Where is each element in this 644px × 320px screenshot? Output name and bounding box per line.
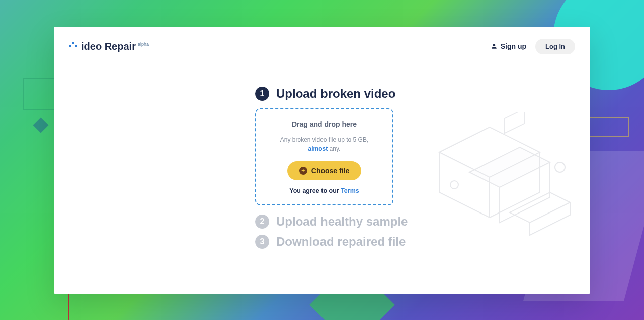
agree-text: You agree to our Terms xyxy=(266,187,382,194)
step-3: 3 Download repaired file xyxy=(255,235,451,249)
signup-label: Sign up xyxy=(501,42,526,50)
login-button[interactable]: Log in xyxy=(535,39,575,54)
step-1: 1 Upload broken video xyxy=(255,87,451,101)
plus-icon: + xyxy=(299,167,307,175)
almost-link[interactable]: almost xyxy=(308,145,328,152)
dropzone-subtitle: Any broken video file up to 5 GB, almost… xyxy=(266,135,382,153)
svg-rect-0 xyxy=(505,112,525,133)
step-2-num: 2 xyxy=(255,215,269,229)
signup-button[interactable]: Sign up xyxy=(491,42,526,50)
svg-point-1 xyxy=(450,181,458,189)
step-1-num: 1 xyxy=(255,87,269,101)
step-2: 2 Upload healthy sample xyxy=(255,215,451,229)
logo-icon xyxy=(69,41,78,50)
step-3-num: 3 xyxy=(255,235,269,249)
logo-super: alpha xyxy=(138,42,149,47)
main-content: 1 Upload broken video Drag and drop here… xyxy=(54,57,590,249)
logo[interactable]: ideo Repair alpha xyxy=(69,41,149,52)
dropzone-title: Drag and drop here xyxy=(266,120,382,128)
logo-text: ideo Repair xyxy=(81,41,136,52)
header: ideo Repair alpha Sign up Log in xyxy=(54,27,590,57)
main-card: ideo Repair alpha Sign up Log in xyxy=(54,27,590,294)
step-2-title: Upload healthy sample xyxy=(276,215,408,229)
steps: 1 Upload broken video Drag and drop here… xyxy=(255,87,451,249)
choose-file-button[interactable]: + Choose file xyxy=(287,161,361,180)
step-3-title: Download repaired file xyxy=(276,235,406,249)
svg-point-2 xyxy=(555,162,565,172)
auth-group: Sign up Log in xyxy=(491,39,575,54)
user-icon xyxy=(491,43,498,50)
terms-link[interactable]: Terms xyxy=(341,187,359,194)
dropzone[interactable]: Drag and drop here Any broken video file… xyxy=(255,108,393,205)
choose-file-label: Choose file xyxy=(311,167,349,175)
step-1-title: Upload broken video xyxy=(276,87,395,101)
